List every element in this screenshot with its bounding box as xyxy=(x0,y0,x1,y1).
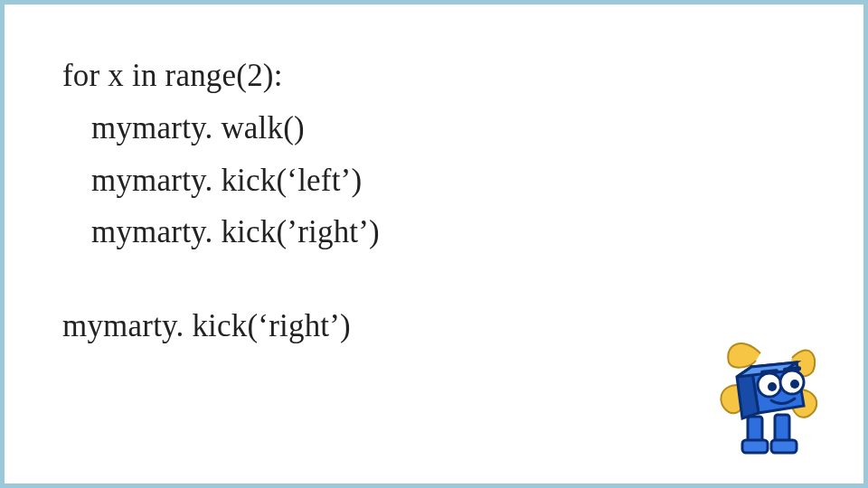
code-line-kick-right-2: mymarty. kick(‘right’) xyxy=(62,300,806,352)
code-line-kick-right-1: mymarty. kick(’right’) xyxy=(62,206,806,258)
code-line-kick-left: mymarty. kick(‘left’) xyxy=(62,155,806,207)
blank-line xyxy=(62,258,806,300)
svg-point-5 xyxy=(768,382,777,391)
marty-robot-icon xyxy=(706,335,824,462)
code-line-for: for x in range(2): xyxy=(62,50,806,102)
svg-rect-12 xyxy=(771,440,797,453)
svg-point-6 xyxy=(790,380,799,389)
svg-rect-11 xyxy=(742,440,768,453)
code-block: for x in range(2): mymarty. walk() mymar… xyxy=(62,50,806,352)
slide-frame: for x in range(2): mymarty. walk() mymar… xyxy=(0,0,868,488)
svg-rect-10 xyxy=(775,415,789,442)
code-line-walk: mymarty. walk() xyxy=(62,102,806,155)
svg-rect-9 xyxy=(748,417,762,442)
